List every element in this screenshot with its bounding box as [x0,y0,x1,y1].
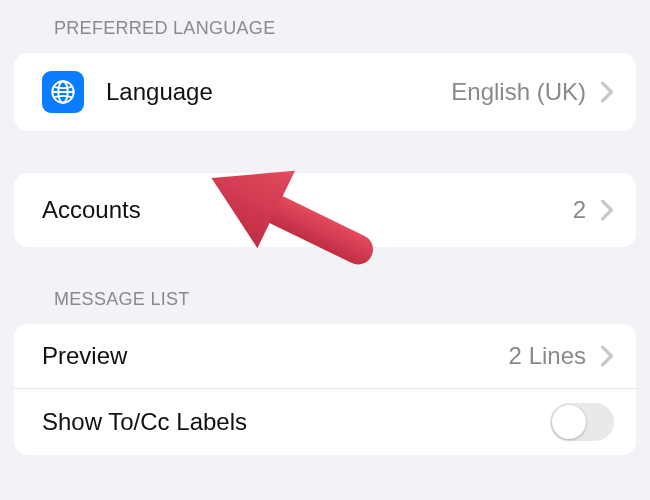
chevron-right-icon [600,199,614,221]
spacer [0,131,650,173]
accounts-value: 2 [573,196,586,224]
section-header-message-list: MESSAGE LIST [0,247,650,324]
toggle-knob [552,405,586,439]
preview-label: Preview [42,342,509,370]
preview-row[interactable]: Preview 2 Lines [14,324,636,388]
chevron-right-icon [600,81,614,103]
section-header-language: PREFERRED LANGUAGE [0,0,650,53]
language-card: Language English (UK) [14,53,636,131]
show-tocc-toggle[interactable] [550,403,614,441]
chevron-right-icon [600,345,614,367]
accounts-label: Accounts [42,196,573,224]
show-tocc-row[interactable]: Show To/Cc Labels [14,388,636,455]
settings-screen: PREFERRED LANGUAGE Language English (UK) [0,0,650,500]
globe-icon [42,71,84,113]
language-row[interactable]: Language English (UK) [14,53,636,131]
language-value: English (UK) [451,78,586,106]
accounts-row[interactable]: Accounts 2 [14,173,636,247]
accounts-card: Accounts 2 [14,173,636,247]
language-label: Language [106,78,451,106]
show-tocc-label: Show To/Cc Labels [42,408,550,436]
message-list-card: Preview 2 Lines Show To/Cc Labels [14,324,636,455]
preview-value: 2 Lines [509,342,586,370]
